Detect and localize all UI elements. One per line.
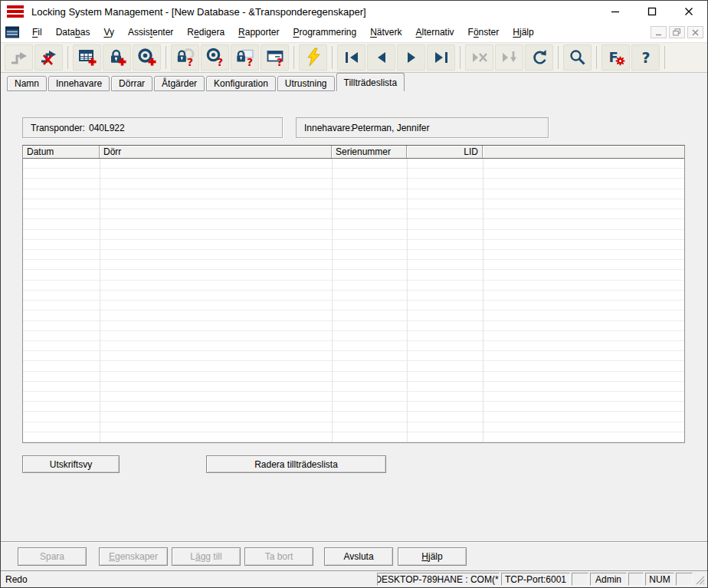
print-preview-button[interactable]: Utskriftsvy xyxy=(22,455,120,473)
tab-konfiguration[interactable]: Konfiguration xyxy=(206,76,276,91)
lock-plus-button[interactable] xyxy=(103,44,131,71)
menu-rapporter[interactable]: Rapporter xyxy=(231,24,286,41)
mdi-close-button[interactable] xyxy=(687,26,703,38)
table-row xyxy=(23,301,684,310)
table-row xyxy=(23,321,684,331)
table-row xyxy=(23,169,684,179)
column-grid-line xyxy=(100,159,100,442)
transponder-field: Transponder: 040L922 xyxy=(22,117,283,138)
menu-programmering[interactable]: Programmering xyxy=(286,24,363,41)
search-button[interactable] xyxy=(563,44,592,71)
close-button[interactable] xyxy=(670,1,707,22)
refresh-icon xyxy=(529,48,549,67)
tab-tg-rder[interactable]: Åtgärder xyxy=(154,76,205,91)
tab-utrustning[interactable]: Utrustning xyxy=(277,76,335,91)
document-window-icon[interactable] xyxy=(5,26,21,38)
table-row xyxy=(23,310,684,320)
column-header-lid[interactable]: LID xyxy=(407,146,483,158)
title-bar: Locking System Management - [New Databas… xyxy=(1,1,707,22)
menu-hj-lp[interactable]: Hjälp xyxy=(506,24,540,41)
menu-vy[interactable]: Vy xyxy=(97,24,121,41)
table-row xyxy=(23,199,684,209)
table-row xyxy=(23,341,684,351)
lock-window-question-button[interactable] xyxy=(231,44,259,71)
nav-down-button xyxy=(495,44,523,71)
status-segment-empty xyxy=(676,573,693,586)
zigzag-arrow-button xyxy=(5,44,33,71)
mdi-close-icon xyxy=(692,29,699,36)
column-header-d-rr[interactable]: Dörr xyxy=(100,146,332,158)
nav-prev-button[interactable] xyxy=(367,44,395,71)
table-body xyxy=(23,159,684,442)
transponder-value: 040L922 xyxy=(89,123,125,133)
table-row xyxy=(23,179,684,189)
menu-f-nster[interactable]: Fönster xyxy=(461,24,506,41)
refresh-button[interactable] xyxy=(525,44,553,71)
ta-bort-button: Ta bort xyxy=(244,547,313,566)
zigzag-arrow-icon xyxy=(9,48,29,67)
resize-grip-icon[interactable] xyxy=(694,574,705,585)
app-logo-icon xyxy=(7,5,25,18)
menu-fil[interactable]: Fil xyxy=(25,24,49,41)
toolbar-separator xyxy=(558,46,559,69)
spara-button: Spara xyxy=(18,547,87,566)
table-row xyxy=(23,291,684,301)
menu-redigera[interactable]: Redigera xyxy=(180,24,231,41)
clear-access-list-button[interactable]: Radera tillträdeslista xyxy=(206,455,386,473)
hj-lp-button[interactable]: Hjälp xyxy=(398,547,467,566)
table-row xyxy=(23,361,684,371)
tab-namn[interactable]: Namn xyxy=(7,76,47,91)
menu-databas[interactable]: Databas xyxy=(49,24,97,41)
maximize-button[interactable] xyxy=(634,1,670,22)
menu-alternativ[interactable]: Alternativ xyxy=(409,24,461,41)
minimize-icon xyxy=(611,7,620,16)
help-button[interactable] xyxy=(631,44,660,71)
transponder-question-button[interactable] xyxy=(201,44,229,71)
lightning-button[interactable] xyxy=(299,44,327,71)
mdi-minimize-button[interactable] xyxy=(651,26,667,38)
table-row xyxy=(23,331,684,341)
access-list-table[interactable]: DatumDörrSerienummerLID xyxy=(22,145,685,443)
transponder-question-icon xyxy=(205,48,225,67)
column-header-serienummer[interactable]: Serienummer xyxy=(332,146,407,158)
avsluta-button[interactable]: Avsluta xyxy=(324,547,393,566)
status-segment-num: NUM xyxy=(645,573,674,586)
matrix-plus-button[interactable] xyxy=(73,44,101,71)
table-row xyxy=(23,412,684,422)
tab-innehavare[interactable]: Innehavare xyxy=(48,76,110,91)
arrow-x-button[interactable] xyxy=(34,44,63,71)
lock-question-button[interactable] xyxy=(171,44,199,71)
table-row xyxy=(23,159,684,169)
table-header: DatumDörrSerienummerLID xyxy=(23,146,684,159)
minimize-button[interactable] xyxy=(597,1,634,22)
transponder-plus-button[interactable] xyxy=(133,44,161,71)
column-grid-line xyxy=(483,159,483,442)
filter-gear-button[interactable] xyxy=(601,44,630,71)
nav-x-icon xyxy=(470,48,490,67)
mdi-minimize-icon xyxy=(655,29,663,36)
table-row xyxy=(23,189,684,199)
nav-first-button[interactable] xyxy=(337,44,365,71)
l-gg-till-button: Lägg till xyxy=(172,547,241,566)
status-segment-admin: Admin xyxy=(590,573,627,586)
filter-gear-icon xyxy=(606,48,626,67)
lock-window-question-icon xyxy=(235,48,255,67)
table-row xyxy=(23,250,684,260)
menu-assistenter[interactable]: Assistenter xyxy=(121,24,180,41)
menu-bar: FilDatabasVyAssistenterRedigeraRapporter… xyxy=(1,22,707,42)
nav-next-button[interactable] xyxy=(397,44,425,71)
tab-tilltr-deslista[interactable]: Tillträdeslista xyxy=(336,73,405,91)
mdi-restore-button[interactable] xyxy=(669,26,685,38)
table-row xyxy=(23,270,684,280)
table-row xyxy=(23,240,684,250)
nav-prev-icon xyxy=(372,48,392,67)
menu-n-tverk[interactable]: Nätverk xyxy=(363,24,408,41)
window-question-button[interactable] xyxy=(261,44,289,71)
nav-last-button[interactable] xyxy=(427,44,455,71)
column-header-datum[interactable]: Datum xyxy=(23,146,100,158)
tab-d-rrar[interactable]: Dörrar xyxy=(111,76,152,91)
toolbar-separator xyxy=(596,46,597,69)
column-grid-line xyxy=(332,159,333,442)
mdi-window-controls xyxy=(651,26,703,38)
status-segment-empty xyxy=(572,573,588,586)
